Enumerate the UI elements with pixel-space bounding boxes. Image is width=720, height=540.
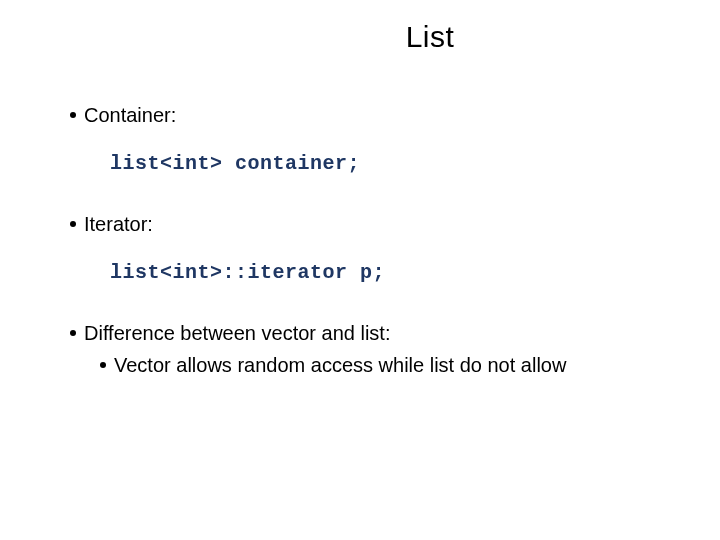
bullet-dot-icon — [100, 362, 106, 368]
bullet-dot-icon — [70, 330, 76, 336]
bullet-difference-sub: Vector allows random access while list d… — [100, 352, 660, 378]
code-container-decl: list<int> container; — [110, 152, 660, 175]
bullet-container: Container: — [70, 102, 660, 128]
bullet-difference-sub-label: Vector allows random access while list d… — [114, 352, 566, 378]
bullet-dot-icon — [70, 221, 76, 227]
bullet-iterator: Iterator: — [70, 211, 660, 237]
bullet-dot-icon — [70, 112, 76, 118]
code-iterator-decl: list<int>::iterator p; — [110, 261, 660, 284]
bullet-container-label: Container: — [84, 102, 176, 128]
slide-title: List — [200, 20, 660, 54]
bullet-difference: Difference between vector and list: — [70, 320, 660, 346]
slide: List Container: list<int> container; Ite… — [0, 0, 720, 404]
bullet-iterator-label: Iterator: — [84, 211, 153, 237]
bullet-difference-label: Difference between vector and list: — [84, 320, 390, 346]
